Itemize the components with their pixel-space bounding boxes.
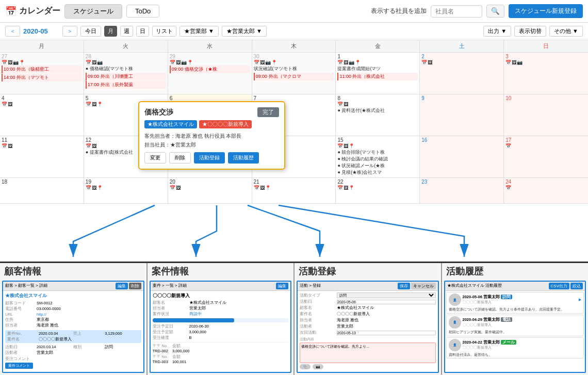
view-week-button[interactable]: 週	[120, 26, 133, 37]
other-button[interactable]: その他 ▼	[549, 26, 583, 37]
tab-todo[interactable]: ToDo	[126, 5, 159, 18]
filter-person-button[interactable]: ★営業太郎 ▼	[222, 26, 267, 37]
cell-apr28[interactable]: 28 📅🖼📷 ● 価格確認(マツモト株 09:00 外出（川獺重工 17:00 …	[84, 53, 168, 94]
header-right: 表示する社員を追加 🔍 スケジュール新規登録	[371, 4, 583, 18]
day-header-tue: 火	[84, 40, 168, 52]
add-staff-label: 表示する社員を追加	[371, 7, 427, 15]
day-header-thu: 木	[252, 40, 336, 52]
popup-activity-register-button[interactable]: 活動登録	[194, 152, 225, 164]
search-button[interactable]: 🔍	[486, 5, 504, 18]
cell-may22[interactable]: 22 📅🖼📍	[336, 178, 420, 203]
cell-may24[interactable]: 24 📅	[504, 178, 588, 203]
popup-tag2: ★〇〇〇〇新規導入	[199, 120, 252, 128]
activity-register-panel: 活動登録 活動 > 登録 保存キャンセル 活動タイプ 訪問 活動日 顧客名 ★株…	[295, 263, 442, 375]
popup-done-button[interactable]: 完了	[257, 107, 279, 117]
day-headers: 月 火 水 木 金 土 日	[0, 40, 588, 53]
cell-may9[interactable]: 9	[420, 94, 504, 136]
customer-info-title: 顧客情報	[0, 263, 146, 280]
activity-history-title: 活動履歴	[442, 263, 589, 280]
cell-may8[interactable]: 8 📅🖼 ● 資料送付(★株式会社	[336, 94, 420, 136]
cell-may16[interactable]: 16	[420, 136, 504, 177]
output-button[interactable]: 出力 ▼	[483, 26, 511, 37]
case-info-panel: 案件情報 案件 > 一覧 > 詳細 編集 〇〇〇〇新規導入 顧客名★株式会社スマ…	[148, 263, 295, 375]
cell-apr30[interactable]: 30 📅🖼📷📍 状況確認(マツモト株 09:00 外出（マクロマ	[252, 53, 336, 94]
tab-schedule[interactable]: スケジュール	[64, 4, 122, 19]
header: 📅 カレンダー スケジュール ToDo 表示する社員を追加 🔍 スケジュール新規…	[0, 0, 588, 23]
cell-may3[interactable]: 3 📅🖼📷	[504, 53, 588, 94]
cell-may20[interactable]: 20 📅🖼	[168, 178, 252, 203]
cell-may4[interactable]: 4 📅🖼	[0, 94, 84, 136]
day-header-wed: 水	[168, 40, 252, 52]
popup-client-info: 客先担当者：海老原 雅也 執行役員 本部長 担当社員：★営業太郎	[144, 132, 279, 149]
cell-may15[interactable]: 15 📅🖼📍 ● 競合排除(マツモト株 ● 検討会議の結果の確認 ● 状況確認メ…	[336, 136, 420, 177]
toolbar: ＜ 2020-05 ＞ 今日 月 週 日 リスト ★営業部 ▼ ★営業太郎 ▼ …	[0, 23, 588, 40]
activity-history-panel: 活動履歴 ★株式会社スマイル 活動履歴 CSV出力絞込 👤 2020-05-06…	[442, 263, 589, 375]
toggle-button[interactable]: 表示切替	[514, 26, 546, 37]
case-info-title: 案件情報	[148, 263, 294, 280]
popup-delete-button[interactable]: 削除	[169, 152, 191, 164]
activity-register-title: 活動登録	[295, 263, 441, 280]
filter-dept-button[interactable]: ★営業部 ▼	[179, 26, 219, 37]
week-row-3: 11 📅🖼 12 📅🖼 ● 提案書作成(株式会社 13 📅🖼 ● 価格交渉(★株…	[0, 136, 588, 178]
cell-may11[interactable]: 11 📅🖼	[0, 136, 84, 177]
week-row-1: 27 📅🖼📷📍 10:00 外出（猿精密工 14:00 外出（マツモト 28 📅…	[0, 53, 588, 94]
popup-title: 価格交渉	[144, 108, 173, 117]
cell-apr27[interactable]: 27 📅🖼📷📍 10:00 外出（猿精密工 14:00 外出（マツモト	[0, 53, 84, 94]
week-row-2: 4 📅🖼 5 📅🖼📍 6 📅🖼 ツモト株会 7 📅🖼📍 8 📅🖼 ● 資料送付(…	[0, 94, 588, 136]
cell-may23[interactable]: 23	[420, 178, 504, 203]
popup-tag1: ★株式会社スマイル	[144, 120, 197, 128]
calendar-wrapper: 月 火 水 木 金 土 日 27 📅🖼📷📍 10:00 外出（猿精密工 14:0…	[0, 40, 588, 262]
cell-may10[interactable]: 10	[504, 94, 588, 136]
today-button[interactable]: 今日	[80, 26, 101, 37]
cell-may19[interactable]: 19 📅🖼📍	[84, 178, 168, 203]
register-button[interactable]: スケジュール新規登録	[509, 4, 583, 18]
bottom-section: 顧客情報 顧客 > 顧客一覧 > 詳細 編集削除 ★株式会社スマイル 顧客コード…	[0, 262, 588, 375]
cell-apr29[interactable]: 29 📅🖼📷📍 09:00 価格交渉（★株	[168, 53, 252, 94]
popup-activity-history-button[interactable]: 活動履歴	[228, 152, 259, 164]
cell-may17[interactable]: 17 📅	[504, 136, 588, 177]
cell-may1[interactable]: 1 📅🖼📷📍 提案書作成開始(マツ 11:00 外出（株式会社	[336, 53, 420, 94]
popup-change-button[interactable]: 変更	[144, 152, 166, 164]
event-popup: 価格交渉 完了 ★株式会社スマイル ★〇〇〇〇新規導入 客先担当者：海老原 雅也…	[138, 101, 285, 170]
customer-info-panel: 顧客情報 顧客 > 顧客一覧 > 詳細 編集削除 ★株式会社スマイル 顧客コード…	[0, 263, 148, 375]
cell-may21[interactable]: 21 📅🖼📍	[252, 178, 336, 203]
prev-button[interactable]: ＜	[5, 26, 20, 37]
logo: 📅 カレンダー	[5, 6, 60, 17]
calendar-icon: 📅	[5, 6, 17, 17]
day-header-fri: 金	[336, 40, 420, 52]
view-day-button[interactable]: 日	[136, 26, 149, 37]
toolbar-right: 出力 ▼ 表示切替 その他 ▼	[483, 26, 583, 37]
view-month-button[interactable]: 月	[104, 26, 117, 37]
next-button[interactable]: ＞	[62, 26, 77, 37]
cell-may18[interactable]: 18	[0, 178, 84, 203]
cell-may2[interactable]: 2 📅🖼	[420, 53, 504, 94]
search-input[interactable]	[431, 5, 482, 18]
view-list-button[interactable]: リスト	[152, 26, 176, 37]
month-label: 2020-05	[23, 27, 59, 35]
week-row-4: 18 19 📅🖼📍 20 📅🖼 21 📅🖼📍 22 📅🖼📍 23 24 📅	[0, 178, 588, 204]
day-header-sun: 日	[504, 40, 588, 52]
day-header-sat: 土	[420, 40, 504, 52]
day-header-mon: 月	[0, 40, 84, 52]
